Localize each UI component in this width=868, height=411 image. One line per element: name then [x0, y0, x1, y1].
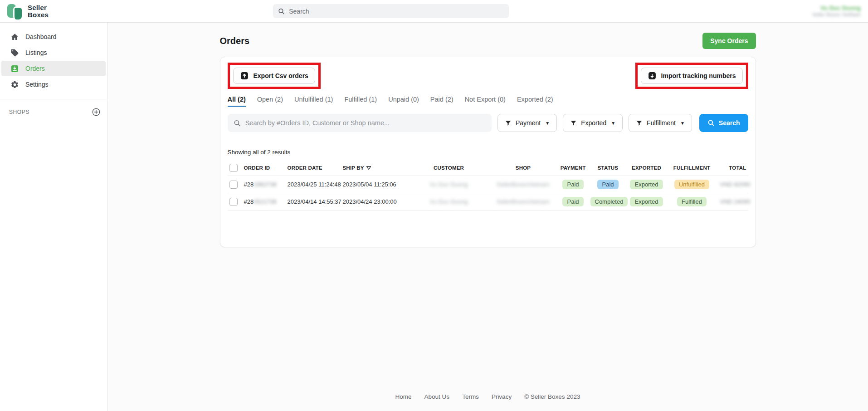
brand-line2: Boxes — [28, 11, 49, 19]
sidebar-item-label: Dashboard — [25, 33, 57, 40]
tab-fulfilled[interactable]: Fulfilled (1) — [344, 96, 377, 107]
sidebar-item-label: Settings — [25, 81, 49, 88]
global-search[interactable] — [273, 4, 509, 18]
search-icon — [278, 8, 285, 15]
tab-exported[interactable]: Exported (2) — [517, 96, 553, 107]
gear-icon — [10, 80, 19, 89]
row-checkbox[interactable] — [229, 181, 238, 189]
col-total: TOTAL — [718, 160, 748, 176]
sidebar-item-orders[interactable]: Orders — [1, 61, 106, 76]
orders-inbox-icon — [10, 64, 19, 73]
sort-descending-icon[interactable] — [366, 166, 371, 171]
brand-logo[interactable]: Seller Boxes — [0, 3, 107, 20]
fulfillment-badge: Unfulfilled — [674, 180, 709, 189]
export-icon — [240, 71, 249, 80]
copyright-text: © Seller Boxes 2023 — [524, 393, 580, 400]
col-ship-by[interactable]: SHIP BY — [341, 160, 409, 176]
brand-name: Seller Boxes — [28, 4, 49, 19]
footer-link-about[interactable]: About Us — [424, 393, 450, 400]
tab-not-export[interactable]: Not Export (0) — [465, 96, 506, 107]
add-shop-button[interactable] — [92, 108, 101, 117]
table-header-row: ORDER ID ORDER DATE SHIP BY CUSTOMER SHO… — [228, 160, 748, 176]
order-id-cell[interactable]: #281962738 — [242, 176, 286, 193]
funnel-icon — [636, 120, 643, 127]
col-customer: CUSTOMER — [409, 160, 489, 176]
order-tabs: All (2) Open (2) Unfulfilled (1) Fulfill… — [228, 96, 748, 107]
chevron-down-icon: ▼ — [611, 121, 615, 126]
search-icon — [707, 119, 715, 127]
annotation-box-import: Import tracking numbers — [635, 63, 748, 89]
table-row[interactable]: #280521736 2023/04/14 14:55:37 2023/04/2… — [228, 193, 748, 210]
user-name-redacted: Vu Duc Duong — [812, 5, 861, 11]
order-date-cell: 2023/04/25 11:24:48 — [286, 176, 341, 193]
orders-search-input[interactable] — [245, 119, 486, 127]
orders-search-box[interactable] — [228, 114, 492, 132]
payment-filter-dropdown[interactable]: Payment ▼ — [497, 114, 557, 132]
footer-link-privacy[interactable]: Privacy — [492, 393, 512, 400]
tab-open[interactable]: Open (2) — [257, 96, 283, 107]
search-submit-button[interactable]: Search — [699, 114, 748, 132]
order-id-redacted: 1962738 — [254, 181, 277, 188]
user-subtitle-redacted: Seller Boxes VietNam — [812, 11, 861, 18]
shop-redacted: SellerBoxesVietnam — [497, 198, 550, 205]
status-badge: Completed — [590, 197, 628, 206]
topbar: Seller Boxes Vu Duc Duong Seller Boxes V… — [0, 0, 868, 23]
payment-filter-label: Payment — [516, 119, 541, 127]
table-row[interactable]: #281962738 2023/04/25 11:24:48 2023/05/0… — [228, 176, 748, 193]
total-redacted: VND 82090 — [720, 181, 751, 188]
sidebar-item-listings[interactable]: Listings — [1, 45, 106, 60]
fulfillment-filter-dropdown[interactable]: Fulfillment ▼ — [629, 114, 692, 132]
exported-badge: Exported — [630, 197, 663, 206]
search-submit-label: Search — [719, 119, 740, 127]
footer-link-home[interactable]: Home — [395, 393, 412, 400]
export-csv-label: Export Csv orders — [254, 72, 308, 79]
row-checkbox[interactable] — [229, 198, 238, 206]
customer-redacted: Vu Duc Duong — [429, 198, 468, 205]
import-icon — [648, 71, 657, 80]
user-account[interactable]: Vu Duc Duong Seller Boxes VietNam — [812, 5, 868, 18]
col-fulfillment: FULFILLMENT — [666, 160, 718, 176]
shops-label: SHOPS — [9, 109, 29, 115]
footer-link-terms[interactable]: Terms — [462, 393, 479, 400]
funnel-icon — [570, 120, 577, 127]
chevron-down-icon: ▼ — [680, 121, 685, 126]
footer: Home About Us Terms Privacy © Seller Box… — [107, 393, 868, 411]
results-count-text: Showing all of 2 results — [228, 149, 748, 156]
tab-paid[interactable]: Paid (2) — [430, 96, 454, 107]
orders-table: ORDER ID ORDER DATE SHIP BY CUSTOMER SHO… — [228, 160, 748, 210]
shop-redacted: SellerBoxesVietnam — [497, 181, 550, 188]
fulfillment-filter-label: Fulfillment — [647, 119, 676, 127]
sidebar-item-label: Listings — [25, 49, 47, 56]
col-payment: PAYMENT — [558, 160, 589, 176]
main-content: Orders Sync Orders Export Csv orders — [107, 23, 868, 411]
col-exported: EXPORTED — [628, 160, 666, 176]
col-order-date: ORDER DATE — [286, 160, 341, 176]
import-tracking-label: Import tracking numbers — [661, 72, 736, 79]
tab-unfulfilled[interactable]: Unfulfilled (1) — [294, 96, 333, 107]
sidebar-item-dashboard[interactable]: Dashboard — [1, 29, 106, 44]
customer-redacted: Vu Duc Duong — [429, 181, 468, 188]
import-tracking-button[interactable]: Import tracking numbers — [641, 68, 743, 84]
chevron-down-icon: ▼ — [545, 121, 550, 126]
shops-section-header: SHOPS — [0, 99, 107, 117]
col-status: STATUS — [589, 160, 628, 176]
tab-all[interactable]: All (2) — [228, 96, 246, 107]
sidebar-item-label: Orders — [25, 65, 45, 72]
global-search-input[interactable] — [289, 8, 504, 15]
select-all-checkbox[interactable] — [229, 164, 238, 172]
orders-card: Export Csv orders Import tracking number… — [220, 57, 756, 247]
exported-filter-dropdown[interactable]: Exported ▼ — [563, 114, 623, 132]
col-shop: SHOP — [489, 160, 558, 176]
export-csv-button[interactable]: Export Csv orders — [233, 68, 315, 84]
annotation-box-export: Export Csv orders — [228, 63, 321, 89]
order-date-cell: 2023/04/14 14:55:37 — [286, 193, 341, 210]
col-order-id: ORDER ID — [242, 160, 286, 176]
sync-orders-button[interactable]: Sync Orders — [702, 33, 756, 49]
order-id-cell[interactable]: #280521736 — [242, 193, 286, 210]
search-icon — [234, 119, 241, 127]
status-badge: Paid — [597, 180, 618, 189]
exported-filter-label: Exported — [581, 119, 606, 127]
fulfillment-badge: Fulfilled — [677, 197, 707, 206]
tab-unpaid[interactable]: Unpaid (0) — [388, 96, 419, 107]
sidebar-item-settings[interactable]: Settings — [1, 77, 106, 92]
